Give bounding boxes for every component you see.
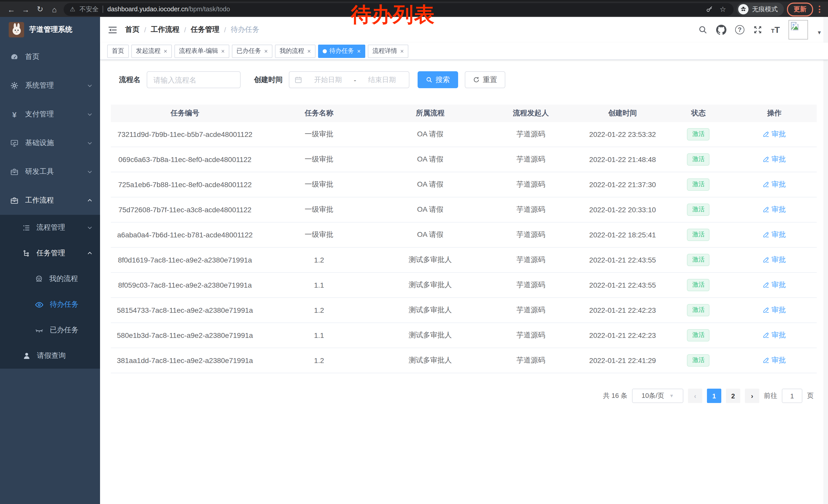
search-icon[interactable] [698,25,707,34]
sidebar-collapse-icon[interactable] [100,25,125,35]
tab-my-process[interactable]: 我的流程× [275,44,316,58]
sidebar-item-leave-query[interactable]: 请假查询 [0,343,100,369]
bookmark-star-icon[interactable]: ☆ [718,5,728,14]
fullscreen-icon[interactable] [753,25,762,34]
filter-form: 流程名 创建时间 开始日期 - 结束日期 搜索 [119,71,505,88]
forward-icon[interactable]: → [19,3,32,15]
approve-button[interactable]: 审批 [763,255,786,265]
close-icon[interactable]: × [357,48,361,54]
sidebar-item-home[interactable]: 首页 [0,43,100,71]
sidebar-item-infra[interactable]: 基础设施 [0,129,100,157]
sidebar: 芋道管理系统 首页 [0,17,100,504]
avatar[interactable] [788,20,808,40]
date-range-picker[interactable]: 开始日期 - 结束日期 [289,71,409,88]
table-row: 8f059c03-7ac8-11ec-a9e2-a2380e71991a 1.1… [111,273,817,297]
cell-create-time: 2022-01-21 22:42:23 [580,323,665,348]
tab-home[interactable]: 首页 [107,44,129,58]
tab-todo-tasks[interactable]: 待办任务× [318,44,365,58]
chevron-down-icon [87,111,93,118]
sidebar-item-label: 系统管理 [25,81,80,90]
close-icon[interactable]: × [221,48,225,54]
sidebar-item-payment[interactable]: ¥ 支付管理 [0,100,100,129]
tab-process-form-edit[interactable]: 流程表单-编辑× [174,44,229,58]
approve-button[interactable]: 审批 [763,230,786,239]
approve-button[interactable]: 审批 [763,306,786,315]
sidebar-item-todo-tasks[interactable]: 待办任务 [0,292,100,317]
chevron-up-icon [87,197,93,203]
table-row: 725a1eb6-7b88-11ec-8ef0-acde48001122 一级审… [111,172,817,197]
approve-button[interactable]: 审批 [763,356,786,365]
warning-icon: ⚠ [70,6,75,13]
approve-button[interactable]: 审批 [763,280,786,290]
password-key-icon[interactable] [705,5,714,14]
cell-starter: 芋道源码 [482,348,580,373]
browser-menu-icon[interactable] [816,6,823,13]
approve-button[interactable]: 审批 [763,130,786,139]
sidebar-item-system[interactable]: 系统管理 [0,71,100,100]
status-badge: 激活 [687,128,710,140]
chevron-down-icon: ▼ [669,393,674,398]
sidebar-item-process-mgmt[interactable]: 流程管理 [0,215,100,240]
cell-status: 激活 [665,197,732,222]
github-icon[interactable] [716,25,727,35]
cell-create-time: 2022-01-22 20:33:10 [580,197,665,222]
tab-done-tasks[interactable]: 已办任务× [232,44,273,58]
cell-task-id: 381aa1dd-7ac8-11ec-a9e2-a2380e71991a [111,348,259,373]
sidebar-item-task-mgmt[interactable]: 任务管理 [0,240,100,266]
sidebar-item-my-process[interactable]: 我的流程 [0,266,100,292]
approve-button[interactable]: 审批 [763,180,786,189]
process-name-input[interactable] [147,71,241,88]
back-icon[interactable]: ← [5,3,17,15]
reload-icon[interactable]: ↻ [34,3,46,15]
approve-button[interactable]: 审批 [763,205,786,214]
caret-down-icon[interactable]: ▼ [817,30,822,35]
incognito-icon [738,4,748,14]
search-button[interactable]: 搜索 [418,71,458,88]
sidebar-item-done-tasks[interactable]: 已办任务 [0,317,100,343]
next-page-button[interactable]: › [745,388,759,403]
page-button-2[interactable]: 2 [726,388,740,403]
breadcrumb-home[interactable]: 首页 [125,25,139,34]
tab-process-detail[interactable]: 流程详情× [368,44,408,58]
task-table: 任务编号 任务名称 所属流程 流程发起人 创建时间 状态 操作 73211d9d… [111,104,817,373]
sidebar-item-workflow[interactable]: 工作流程 [0,186,100,215]
approve-button[interactable]: 审批 [763,155,786,164]
sidebar-item-label: 已办任务 [50,326,93,335]
table-row: 58154733-7ac8-11ec-a9e2-a2380e71991a 1.2… [111,297,817,323]
tab-start-process[interactable]: 发起流程× [131,44,172,58]
goto-page-input[interactable] [782,388,802,403]
approve-button[interactable]: 审批 [763,331,786,340]
page-size-select[interactable]: 10条/页 ▼ [632,388,683,403]
reset-button[interactable]: 重置 [465,71,505,88]
table-row: 73211d9d-7b9b-11ec-b5b7-acde48001122 一级审… [111,122,817,147]
navbar-actions: ? TT ▼ [698,20,828,40]
col-actions: 操作 [732,104,817,122]
scrollbar[interactable] [823,17,828,504]
help-icon[interactable]: ? [735,25,744,34]
cell-task-id: a6aba0a4-7b6d-11ec-b781-acde48001122 [111,222,259,247]
page-button-1[interactable]: 1 [707,388,721,403]
flow-tree-icon [23,249,30,257]
status-badge: 激活 [687,279,710,291]
active-dot [323,49,327,53]
breadcrumb-workflow[interactable]: 工作流程 [151,25,179,34]
cell-task-id: 73211d9d-7b9b-11ec-b5b7-acde48001122 [111,122,259,147]
cell-process: 测试多审批人 [379,297,482,323]
url-host: dashboard.yudao.iocoder.cn [108,6,188,13]
cell-task-id: 069c6a63-7b8a-11ec-8ef0-acde48001122 [111,147,259,172]
home-icon[interactable]: ⌂ [48,3,60,15]
app-logo-row[interactable]: 芋道管理系统 [0,17,100,43]
close-icon[interactable]: × [164,48,167,54]
update-button[interactable]: 更新 [787,2,813,16]
cell-create-time: 2022-01-21 22:43:55 [580,273,665,297]
prev-page-button[interactable]: ‹ [688,388,702,403]
close-icon[interactable]: × [307,48,311,54]
font-size-icon[interactable]: TT [771,26,780,34]
status-badge: 激活 [687,354,710,366]
close-icon[interactable]: × [264,48,268,54]
cell-task-name: 1.2 [259,348,379,373]
breadcrumb-task-mgmt[interactable]: 任务管理 [191,25,219,34]
close-icon[interactable]: × [400,48,404,54]
sidebar-item-devtools[interactable]: 研发工具 [0,157,100,186]
cell-task-id: 8f059c03-7ac8-11ec-a9e2-a2380e71991a [111,273,259,297]
